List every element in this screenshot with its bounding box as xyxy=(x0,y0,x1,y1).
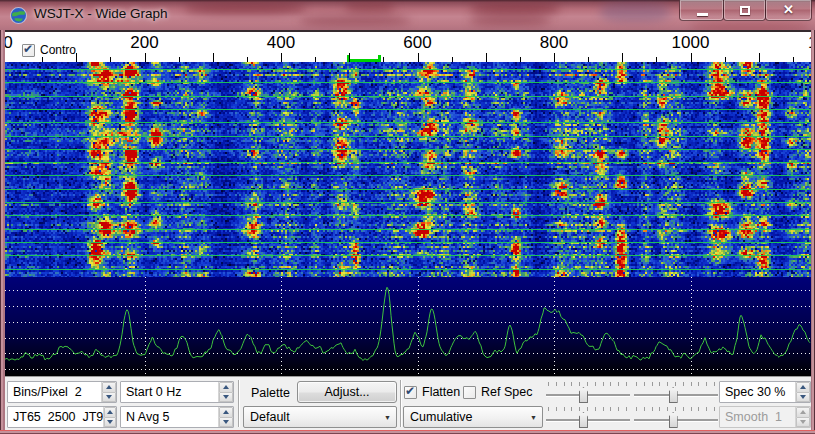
controls-checkbox-label: Contro xyxy=(40,43,76,57)
spec-percent-value: Spec 30 % xyxy=(720,385,795,399)
spin-down-button[interactable] xyxy=(219,418,233,428)
n-avg-value: N Avg 5 xyxy=(121,410,218,424)
up-arrow-icon xyxy=(800,410,806,414)
chevron-down-icon: ▼ xyxy=(379,414,396,421)
waterfall-zero-slider[interactable] xyxy=(634,381,718,403)
spin-up-button[interactable] xyxy=(104,407,116,418)
separator xyxy=(238,380,240,427)
spectrum-plot xyxy=(5,277,811,376)
waterfall-display[interactable] xyxy=(5,62,811,277)
app-icon xyxy=(10,7,27,24)
slider-ticks xyxy=(548,382,628,386)
smooth-spinbox: Smooth 1 xyxy=(719,406,811,428)
flatten-checkbox-box[interactable]: ✔ xyxy=(404,386,417,399)
spin-arrows xyxy=(101,382,116,402)
display-mode-value: Cumulative xyxy=(404,410,525,424)
spectrum-gain-slider[interactable] xyxy=(546,406,630,428)
bins-per-pixel-spinbox[interactable]: Bins/Pixel 2 xyxy=(7,381,117,403)
scale-label-800: 800 xyxy=(540,33,568,53)
slider-thumb[interactable] xyxy=(579,387,588,403)
minimize-button[interactable] xyxy=(679,0,724,21)
scale-label-400: 400 xyxy=(267,33,295,53)
scale-tick xyxy=(213,53,214,62)
spin-arrows xyxy=(218,382,233,402)
glass-blob xyxy=(345,3,395,12)
down-arrow-icon xyxy=(223,395,229,399)
n-avg-spinbox[interactable]: N Avg 5 xyxy=(120,406,234,428)
start-hz-spinbox[interactable]: Start 0 Hz xyxy=(120,381,234,403)
spin-up-button[interactable] xyxy=(219,407,233,418)
glass-blob xyxy=(300,16,410,25)
glass-blob xyxy=(185,4,305,14)
spin-up-button xyxy=(796,407,810,418)
minimize-icon xyxy=(697,13,708,16)
spin-up-button[interactable] xyxy=(102,382,116,393)
down-arrow-icon xyxy=(223,420,229,424)
spin-down-button xyxy=(796,418,810,428)
spin-arrows xyxy=(795,407,810,427)
close-button[interactable]: ✕ xyxy=(765,0,812,21)
wide-graph-window: WSJT-X - Wide Graph ✕ ✔ Contro 020040060… xyxy=(0,0,815,434)
glass-blob xyxy=(600,2,670,22)
spin-down-button[interactable] xyxy=(102,393,116,403)
adjust-button[interactable]: Adjust... xyxy=(297,381,397,403)
spectrum-zero-slider[interactable] xyxy=(634,406,718,428)
maximize-button[interactable] xyxy=(723,0,766,21)
down-arrow-icon xyxy=(106,395,112,399)
display-mode-combobox[interactable]: Cumulative ▼ xyxy=(403,406,543,428)
scale-label-0: 0 xyxy=(5,33,13,53)
scale-tick xyxy=(281,53,282,62)
client-area: ✔ Contro 020040060080010001200 Bins/Pixe… xyxy=(5,30,811,430)
slider-thumb[interactable] xyxy=(669,387,678,403)
frequency-scale[interactable]: ✔ Contro 020040060080010001200 xyxy=(5,30,811,62)
scale-tick xyxy=(418,53,419,62)
palette-combobox-value: Default xyxy=(244,410,379,424)
slider-groove xyxy=(546,394,630,396)
spin-up-button[interactable] xyxy=(219,382,233,393)
ref-spec-checkbox-label: Ref Spec xyxy=(481,385,532,399)
down-arrow-icon xyxy=(800,395,806,399)
controls-checkbox[interactable]: ✔ Contro xyxy=(22,43,76,57)
flatten-checkbox[interactable]: ✔ Flatten xyxy=(404,385,460,399)
spec-percent-spinbox[interactable]: Spec 30 % xyxy=(719,381,811,403)
scale-label-600: 600 xyxy=(403,33,431,53)
up-arrow-icon xyxy=(223,410,229,414)
waterfall-gain-slider[interactable] xyxy=(546,381,630,403)
controls-checkbox-box[interactable]: ✔ xyxy=(22,44,35,57)
jt65-jt9-split-spinbox[interactable]: JT65 2500 JT9 xyxy=(7,406,117,428)
spin-arrows xyxy=(218,407,233,427)
titlebar[interactable]: WSJT-X - Wide Graph ✕ xyxy=(0,0,815,30)
window-title: WSJT-X - Wide Graph xyxy=(34,6,168,21)
scale-tick xyxy=(691,53,692,62)
up-arrow-icon xyxy=(107,410,113,414)
spin-down-button[interactable] xyxy=(796,393,810,403)
slider-ticks xyxy=(636,407,716,411)
scale-tick xyxy=(622,53,623,62)
close-icon: ✕ xyxy=(766,2,811,17)
scale-tick xyxy=(759,53,760,62)
slider-groove xyxy=(546,419,630,421)
slider-ticks xyxy=(548,407,628,411)
spin-arrows xyxy=(103,407,116,427)
ref-spec-checkbox[interactable]: ✔ Ref Spec xyxy=(463,385,532,399)
check-icon: ✔ xyxy=(405,384,415,398)
scale-label-1200: 1200 xyxy=(808,33,811,53)
slider-ticks xyxy=(636,382,716,386)
spin-arrows xyxy=(795,382,810,402)
up-arrow-icon xyxy=(800,385,806,389)
spin-up-button[interactable] xyxy=(796,382,810,393)
palette-combobox[interactable]: Default ▼ xyxy=(243,406,397,428)
slider-thumb[interactable] xyxy=(669,412,678,428)
spin-down-button[interactable] xyxy=(219,393,233,403)
spin-down-button[interactable] xyxy=(104,418,116,428)
slider-thumb[interactable] xyxy=(579,412,588,428)
controls-panel: Bins/Pixel 2 Start 0 Hz JT65 2500 JT9 N … xyxy=(5,376,811,430)
rx-range-marker xyxy=(347,55,381,62)
scale-tick xyxy=(349,53,350,62)
down-arrow-icon xyxy=(107,420,113,424)
ref-spec-checkbox-box[interactable]: ✔ xyxy=(463,386,476,399)
glass-blob xyxy=(470,16,550,25)
chevron-down-icon: ▼ xyxy=(525,414,542,421)
caption-buttons: ✕ xyxy=(680,0,812,21)
scale-label-200: 200 xyxy=(130,33,158,53)
